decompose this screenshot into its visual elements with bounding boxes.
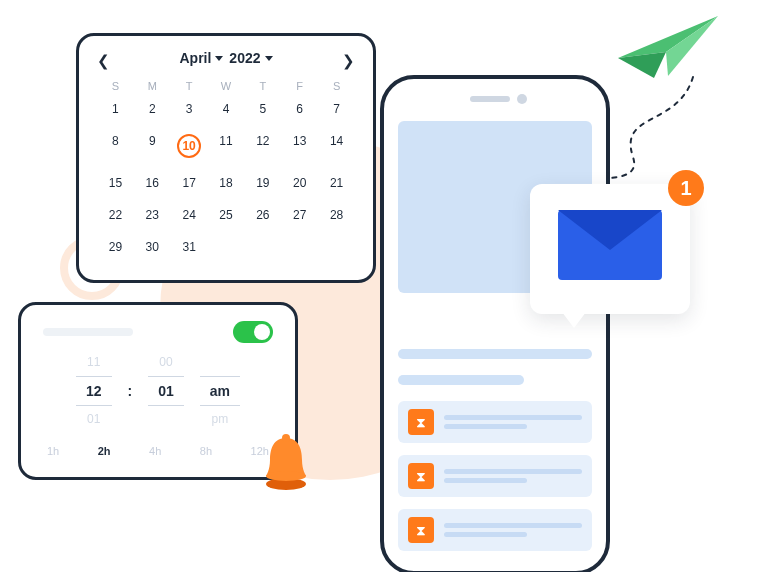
calendar-dow: T [171,76,208,96]
hour-prev: 11 [87,355,100,370]
time-toggle[interactable] [233,321,273,343]
phone-text-line [398,375,524,385]
calendar-day[interactable]: 13 [281,128,318,164]
calendar-day[interactable]: 18 [208,170,245,196]
period-next: pm [212,412,229,427]
calendar-prev-button[interactable]: ❮ [97,52,110,70]
calendar-day[interactable]: 14 [318,128,355,164]
calendar-day[interactable]: 5 [244,96,281,122]
calendar-month-picker[interactable]: April [179,50,223,66]
svg-point-2 [282,434,290,442]
calendar-next-button[interactable]: ❯ [342,52,355,70]
time-separator: : [128,383,133,399]
calendar-dow: S [318,76,355,96]
calendar-day[interactable]: 12 [244,128,281,164]
calendar-year-picker[interactable]: 2022 [229,50,272,66]
calendar-dow: F [281,76,318,96]
calendar-day[interactable]: 11 [208,128,245,164]
calendar-day[interactable]: 24 [171,202,208,228]
list-item[interactable]: ⧗ [398,401,592,443]
calendar-day[interactable]: 1 [97,96,134,122]
svg-point-4 [517,94,527,104]
item-text [444,469,582,483]
list-item[interactable]: ⧗ [398,455,592,497]
calendar-day[interactable]: 26 [244,202,281,228]
period-wheel[interactable]: am pm [200,355,240,427]
calendar-day[interactable]: 30 [134,234,171,260]
phone-notch [450,89,540,109]
calendar-day[interactable]: 8 [97,128,134,164]
calendar-day[interactable]: 22 [97,202,134,228]
calendar-dow: S [97,76,134,96]
duration-row: 1h2h4h8h12h [43,445,273,457]
duration-option[interactable]: 1h [47,445,59,457]
time-card-label-placeholder [43,328,133,336]
calendar-dow-row: SMTWTFS [97,76,355,96]
hour-wheel[interactable]: 11 12 01 [76,355,112,427]
calendar-day[interactable]: 19 [244,170,281,196]
calendar-day[interactable]: 31 [171,234,208,260]
svg-point-1 [266,471,306,481]
item-text [444,415,582,429]
notification-badge: 1 [668,170,704,206]
calendar-day[interactable]: 3 [171,96,208,122]
calendar-dow: T [244,76,281,96]
calendar-day[interactable]: 28 [318,202,355,228]
calendar-days-grid: 1234567891011121314151617181920212223242… [97,96,355,260]
calendar-day[interactable]: 10 [171,128,208,164]
badge-count: 1 [680,177,691,200]
minute-wheel[interactable]: 00 01 [148,355,184,427]
list-item[interactable]: ⧗ [398,509,592,551]
svg-rect-3 [470,96,510,102]
period-value: am [200,376,240,406]
hour-value: 12 [76,376,112,406]
calendar-day[interactable]: 21 [318,170,355,196]
duration-option[interactable]: 4h [149,445,161,457]
calendar-day[interactable]: 6 [281,96,318,122]
paper-plane-icon [608,8,728,88]
item-text [444,523,582,537]
calendar-day[interactable]: 16 [134,170,171,196]
calendar-day[interactable]: 29 [97,234,134,260]
bell-icon [256,432,316,492]
calendar-day[interactable]: 17 [171,170,208,196]
calendar-month-label: April [179,50,211,66]
minute-prev: 00 [159,355,172,370]
hourglass-icon: ⧗ [408,463,434,489]
calendar-day[interactable]: 7 [318,96,355,122]
calendar-day[interactable]: 15 [97,170,134,196]
calendar-year-label: 2022 [229,50,260,66]
phone-text-line [398,349,592,359]
period-prev [218,355,221,370]
calendar-dow: M [134,76,171,96]
calendar-card: ❮ April 2022 ❯ SMTWTFS 12345678910111213… [76,33,376,283]
time-card-header [43,321,273,343]
calendar-day[interactable]: 27 [281,202,318,228]
duration-option[interactable]: 8h [200,445,212,457]
notification-bubble[interactable]: 1 [530,184,690,314]
calendar-day[interactable]: 2 [134,96,171,122]
chevron-down-icon [265,56,273,61]
calendar-day[interactable]: 4 [208,96,245,122]
minute-value: 01 [148,376,184,406]
duration-option[interactable]: 2h [98,445,111,457]
calendar-header: ❮ April 2022 ❯ [97,50,355,66]
chevron-down-icon [215,56,223,61]
time-wheels: 11 12 01 : 00 01 am pm [43,355,273,427]
calendar-day[interactable]: 25 [208,202,245,228]
hour-next: 01 [87,412,100,427]
calendar-day[interactable]: 20 [281,170,318,196]
calendar-dow: W [208,76,245,96]
mail-icon [558,210,662,280]
hourglass-icon: ⧗ [408,409,434,435]
hourglass-icon: ⧗ [408,517,434,543]
calendar-day[interactable]: 23 [134,202,171,228]
calendar-day[interactable]: 9 [134,128,171,164]
